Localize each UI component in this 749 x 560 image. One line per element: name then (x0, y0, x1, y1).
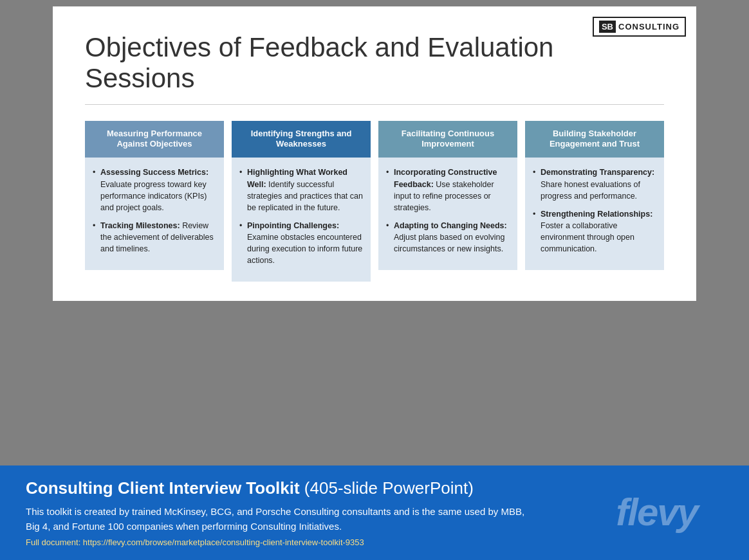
columns-container: Measuring Performance Against Objectives… (85, 121, 664, 282)
list-item: Incorporating Constructive Feedback: Use… (386, 167, 510, 213)
col-header-4: Building Stakeholder Engagement and Trus… (525, 121, 664, 158)
list-item: Adapting to Changing Needs: Adjust plans… (386, 220, 510, 255)
col-body-2: Highlighting What Worked Well: Identify … (232, 158, 371, 282)
logo-box: SB (599, 21, 616, 33)
banner-title-bold: Consulting Client Interview Toolkit (26, 478, 300, 498)
col-header-1: Measuring Performance Against Objectives (85, 121, 224, 158)
item-bold: Tracking Milestones: (100, 221, 180, 230)
list-item: Strengthening Relationships: Foster a co… (533, 208, 656, 255)
banner-link[interactable]: Full document: https://flevy.com/browse/… (26, 537, 723, 547)
divider (85, 104, 664, 105)
item-bold: Demonstrating Transparency: (541, 168, 654, 177)
item-text: Adjust plans based on evolving circumsta… (394, 233, 504, 253)
column-1: Measuring Performance Against Objectives… (85, 121, 224, 271)
list-item: Assessing Success Metrics: Evaluate prog… (93, 167, 216, 213)
list-item: Pinpointing Challenges: Examine obstacle… (239, 220, 363, 267)
banner-title-normal: (405-slide PowerPoint) (300, 478, 474, 498)
flevy-logo: flevy (616, 490, 698, 534)
item-text: Share honest evaluations of progress and… (541, 180, 640, 201)
item-bold: Assessing Success Metrics: (100, 168, 208, 177)
list-item: Demonstrating Transparency: Share honest… (533, 167, 656, 201)
list-item: Highlighting What Worked Well: Identify … (239, 167, 363, 213)
banner-inner: Consulting Client Interview Toolkit (405… (26, 478, 723, 547)
col-header-3: Facilitating Continuous Improvement (378, 121, 517, 158)
item-text: Evaluate progress toward key performance… (100, 180, 207, 212)
slide: SB CONSULTING Objectives of Feedback and… (53, 6, 696, 301)
col-header-2: Identifying Strengths and Weaknesses (232, 121, 371, 158)
item-bold: Adapting to Changing Needs: (394, 221, 507, 230)
column-3: Facilitating Continuous Improvement Inco… (378, 121, 517, 271)
item-bold: Pinpointing Challenges: (247, 221, 339, 230)
logo: SB CONSULTING (593, 17, 686, 37)
logo-text: CONSULTING (618, 22, 680, 32)
col-body-4: Demonstrating Transparency: Share honest… (525, 158, 664, 270)
bottom-banner: Consulting Client Interview Toolkit (405… (0, 465, 749, 560)
banner-body: This toolkit is created by trained McKin… (26, 505, 541, 534)
col-body-1: Assessing Success Metrics: Evaluate prog… (85, 158, 224, 270)
list-item: Tracking Milestones: Review the achievem… (93, 220, 216, 255)
item-text: Examine obstacles encountered during exe… (247, 233, 362, 265)
col-body-3: Incorporating Constructive Feedback: Use… (378, 158, 517, 270)
column-2: Identifying Strengths and Weaknesses Hig… (232, 121, 371, 282)
item-text: Foster a collaborative environment throu… (541, 221, 634, 253)
column-4: Building Stakeholder Engagement and Trus… (525, 121, 664, 271)
page-title: Objectives of Feedback and Evaluation Se… (85, 32, 664, 95)
item-bold: Strengthening Relationships: (541, 210, 652, 219)
